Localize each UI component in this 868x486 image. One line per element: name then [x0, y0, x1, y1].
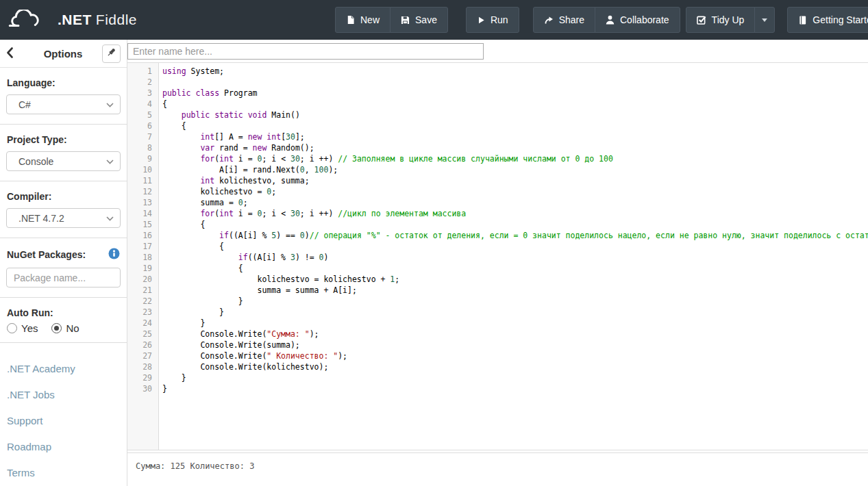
- line-number: 6: [127, 120, 158, 131]
- auto-run-label: Auto Run:: [7, 307, 53, 318]
- chevron-down-icon: [106, 216, 114, 221]
- code-line[interactable]: }: [162, 372, 868, 383]
- code-line[interactable]: }: [162, 383, 868, 394]
- code-line[interactable]: Console.Write(" Количество: ");: [162, 350, 868, 361]
- sidebar-link-support[interactable]: Support: [7, 415, 120, 426]
- line-number: 28: [127, 361, 158, 372]
- new-file-icon: [346, 15, 355, 25]
- code-line[interactable]: }: [162, 318, 868, 329]
- radio-circle-icon: [51, 323, 62, 333]
- cloud-logo-icon: [8, 10, 48, 30]
- nuget-section: NuGet Packages:: [0, 248, 127, 287]
- code-line[interactable]: summa = summa + A[i];: [162, 285, 868, 296]
- code-editor[interactable]: 1234567891011121314151617181920212223242…: [127, 62, 868, 450]
- code-line[interactable]: public static void Main(): [162, 110, 868, 120]
- line-number-gutter: 1234567891011121314151617181920212223242…: [127, 63, 159, 450]
- nuget-package-input[interactable]: [6, 268, 121, 287]
- sidebar-link-terms[interactable]: Terms: [7, 467, 120, 478]
- code-line[interactable]: {: [162, 219, 868, 230]
- auto-run-options: YesNo: [7, 322, 120, 334]
- sidebar-link-roadmap[interactable]: Roadmap: [7, 441, 120, 452]
- code-line[interactable]: public class Program: [162, 88, 868, 99]
- chevron-down-icon: [762, 18, 767, 22]
- auto-run-no-radio[interactable]: No: [51, 322, 79, 334]
- chevron-down-icon: [106, 103, 114, 107]
- code-line[interactable]: for(int i = 0; i < 30; i ++) //цикл по э…: [162, 208, 868, 219]
- code-line[interactable]: int[] A = new int[30];: [162, 131, 868, 142]
- line-number: 29: [127, 372, 158, 383]
- project-type-select[interactable]: Console: [6, 151, 121, 171]
- code-line[interactable]: A[i] = rand.Next(0, 100);: [162, 164, 868, 175]
- brand-fiddle: Fiddle: [96, 12, 137, 28]
- run-button-label: Run: [491, 14, 508, 25]
- auto-run-section: Auto Run: YesNo: [0, 307, 127, 334]
- code-line[interactable]: }: [162, 307, 868, 318]
- play-icon: [477, 16, 485, 25]
- code-line[interactable]: var rand = new Random();: [162, 142, 868, 153]
- line-number: 9: [127, 153, 158, 164]
- pin-sidebar-button[interactable]: [102, 44, 121, 63]
- save-button-label: Save: [415, 14, 437, 25]
- line-number: 13: [127, 197, 158, 208]
- tidy-up-dropdown-button[interactable]: [754, 7, 775, 33]
- navbar-buttons: New Save Run Share: [335, 7, 868, 33]
- code-line[interactable]: kolichestvo = kolichestvo + 1;: [162, 274, 868, 285]
- check-square-icon: [697, 15, 706, 25]
- divider: [0, 238, 127, 238]
- code-line[interactable]: using System;: [162, 66, 868, 77]
- save-button[interactable]: Save: [390, 7, 448, 33]
- divider: [0, 181, 127, 181]
- sidebar-link-net-jobs[interactable]: .NET Jobs: [7, 389, 120, 400]
- code-line[interactable]: [162, 77, 868, 88]
- line-number: 21: [127, 285, 158, 296]
- code-line[interactable]: int kolichestvo, summa;: [162, 175, 868, 186]
- line-number: 23: [127, 307, 158, 318]
- line-number: 30: [127, 383, 158, 394]
- new-button[interactable]: New: [335, 7, 390, 33]
- code-line[interactable]: {: [162, 241, 868, 252]
- compiler-label: Compiler:: [7, 191, 51, 202]
- line-number: 10: [127, 164, 158, 175]
- code-line[interactable]: {: [162, 120, 868, 131]
- code-area[interactable]: using System; public class Program{ publ…: [159, 63, 868, 450]
- fiddle-name-input[interactable]: [127, 43, 484, 60]
- code-line[interactable]: if((A[i] % 3) != 0): [162, 252, 868, 263]
- tidy-up-button[interactable]: Tidy Up: [686, 7, 756, 33]
- main-content: 1234567891011121314151617181920212223242…: [127, 40, 868, 486]
- code-line[interactable]: Console.Write("Сумма: ");: [162, 329, 868, 340]
- language-section: Language: C#: [0, 77, 127, 114]
- chevron-down-icon: [106, 159, 114, 164]
- line-number: 11: [127, 175, 158, 186]
- compiler-section: Compiler: .NET 4.7.2: [0, 191, 127, 228]
- line-number: 19: [127, 263, 158, 274]
- code-line[interactable]: }: [162, 296, 868, 307]
- line-number: 2: [127, 77, 158, 88]
- language-label: Language:: [7, 77, 55, 88]
- auto-run-yes-radio[interactable]: Yes: [7, 322, 38, 334]
- share-button[interactable]: Share: [533, 7, 595, 33]
- code-line[interactable]: Console.Write(summa);: [162, 340, 868, 350]
- info-icon[interactable]: [108, 248, 120, 261]
- options-sidebar: Options Language: C# Project Type: Conso…: [0, 40, 127, 486]
- getting-started-button[interactable]: Getting Started: [787, 7, 868, 33]
- share-icon: [544, 15, 554, 25]
- run-button[interactable]: Run: [466, 7, 519, 33]
- code-line[interactable]: summa = 0;: [162, 197, 868, 208]
- divider: [0, 124, 127, 125]
- brand-logo[interactable]: .NET Fiddle: [8, 0, 137, 40]
- radio-circle-icon: [7, 323, 17, 333]
- code-line[interactable]: Console.Write(kolichestvo);: [162, 361, 868, 372]
- code-line[interactable]: {: [162, 263, 868, 274]
- code-line[interactable]: if((A[i] % 5) == 0)// операция "%" - ост…: [162, 230, 868, 241]
- divider: [0, 297, 127, 298]
- code-line[interactable]: kolichestvo = 0;: [162, 186, 868, 197]
- sidebar-link-net-academy[interactable]: .NET Academy: [7, 363, 120, 374]
- code-line[interactable]: {: [162, 99, 868, 110]
- compiler-select[interactable]: .NET 4.7.2: [6, 208, 121, 228]
- line-number: 25: [127, 329, 158, 340]
- radio-label: No: [66, 322, 79, 334]
- collapse-sidebar-button[interactable]: [6, 47, 24, 60]
- collaborate-button[interactable]: Collaborate: [595, 7, 680, 33]
- code-line[interactable]: for(int i = 0; i < 30; i ++) // Заполняе…: [162, 153, 868, 164]
- language-select[interactable]: C#: [6, 94, 121, 114]
